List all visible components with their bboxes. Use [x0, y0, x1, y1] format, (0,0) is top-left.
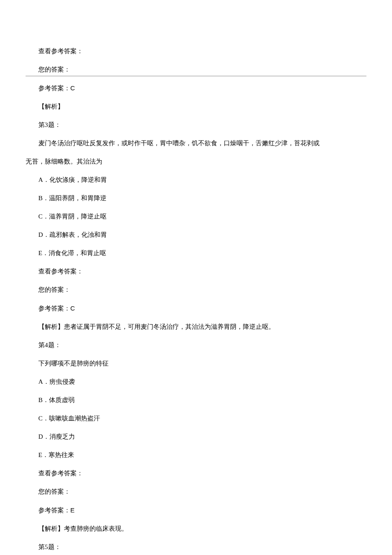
your-answer-label: 您的答案： — [26, 487, 366, 496]
reference-answer: 参考答案：E — [26, 506, 366, 515]
reference-answer: 参考答案：C — [26, 83, 366, 93]
reference-answer-label: 参考答案： — [38, 85, 70, 92]
question-title: 第5题： — [26, 543, 366, 552]
reference-answer-label: 参考答案： — [38, 507, 70, 514]
reference-answer-value: E — [70, 506, 75, 514]
your-answer-label: 您的答案： — [26, 285, 366, 294]
analysis-text: 【解析】患者证属于胃阴不足，可用麦门冬汤治疗，其治法为滋养胃阴，降逆止呕。 — [26, 322, 366, 331]
your-answer-label: 您的答案： — [26, 65, 366, 74]
reference-answer: 参考答案：C — [26, 304, 366, 313]
question-title: 第3题： — [26, 121, 366, 129]
question-stem-cont: 无苔，脉细略数。其治法为 — [26, 157, 366, 166]
option-e: E．消食化滞，和胃止呕 — [26, 249, 366, 258]
horizontal-rule — [26, 76, 366, 76]
option-d: D．消瘦乏力 — [26, 432, 366, 441]
option-a: A．痨虫侵袭 — [26, 377, 366, 386]
reference-answer-value: C — [70, 84, 75, 92]
view-answer-label: 查看参考答案： — [26, 469, 366, 478]
reference-answer-value: C — [70, 305, 75, 312]
option-b: B．体质虚弱 — [26, 396, 366, 405]
question-stem: 下列哪项不是肺痨的特征 — [26, 359, 366, 368]
reference-answer-label: 参考答案： — [38, 305, 70, 312]
option-c: C．咳嗽咳血潮热盗汗 — [26, 414, 366, 423]
option-c: C．滋养胃阴，降逆止呕 — [26, 212, 366, 221]
document-page: 查看参考答案： 您的答案： 参考答案：C 【解析】 第3题： 麦门冬汤治疗呕吐反… — [0, 0, 392, 555]
question-stem: 麦门冬汤治疗呕吐反复发作，或时作干呕，胃中嘈杂，饥不欲食，口燥咽干，舌嫩红少津，… — [26, 139, 366, 148]
question-title: 第4题： — [26, 341, 366, 350]
option-e: E．寒热往来 — [26, 451, 366, 460]
analysis-text: 【解析】 — [26, 102, 366, 111]
view-answer-label: 查看参考答案： — [26, 267, 366, 276]
analysis-text: 【解析】考查肺痨的临床表现。 — [26, 524, 366, 533]
option-a: A．化饮涤痰，降逆和胃 — [26, 175, 366, 184]
option-b: B．温阳养阴，和胃降逆 — [26, 194, 366, 203]
option-d: D．疏邪解表，化浊和胃 — [26, 230, 366, 239]
view-answer-label: 查看参考答案： — [26, 47, 366, 56]
